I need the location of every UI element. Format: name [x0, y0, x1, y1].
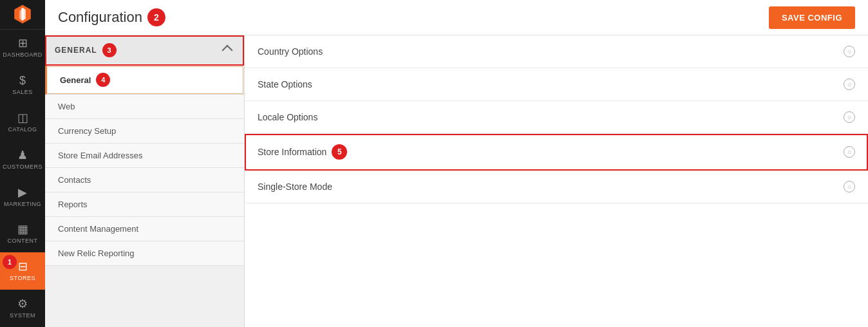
menu-item-store-email-label: Store Email Addresses	[58, 151, 143, 160]
collapse-icon-state: ○	[844, 79, 855, 90]
annotation-2: 2	[147, 8, 165, 26]
config-row-single-store-label: Single-Store Mode	[258, 182, 332, 192]
config-row-locale-label: Locale Options	[258, 112, 317, 122]
section-header-general[interactable]: GENERAL 3	[45, 35, 244, 66]
menu-item-contacts-label: Contacts	[58, 175, 91, 185]
section-header-inner: GENERAL 3	[55, 43, 117, 57]
config-row-store-information[interactable]: Store Information 5 ○	[245, 134, 868, 171]
menu-item-general[interactable]: General 4	[45, 66, 244, 95]
menu-item-contacts[interactable]: Contacts	[45, 168, 244, 192]
top-bar: Configuration 2 Save Config	[45, 0, 868, 35]
menu-item-currency-setup[interactable]: Currency Setup	[45, 119, 244, 144]
config-row-store-info-label: Store Information	[258, 147, 326, 157]
sidebar-item-dashboard[interactable]: ⊞ DASHBOARD	[0, 30, 45, 67]
config-row-country-options[interactable]: Country Options ○	[245, 35, 868, 68]
system-icon: ⚙	[17, 298, 28, 310]
menu-item-reports[interactable]: Reports	[45, 192, 244, 217]
config-row-state-label: State Options	[258, 79, 312, 89]
sidebar-nav: ⊞ DASHBOARD $ SALES ◫ CATALOG ♟ CUSTOMER…	[0, 0, 45, 327]
content-area: GENERAL 3 General 4 Web Currency Setup S…	[45, 35, 868, 327]
menu-item-new-relic[interactable]: New Relic Reporting	[45, 241, 244, 266]
marketing-icon: ▶	[18, 187, 27, 198]
page-title-wrap: Configuration 2	[58, 8, 165, 26]
menu-item-content-mgmt-label: Content Management	[58, 224, 138, 234]
section-title: GENERAL	[55, 46, 97, 55]
sidebar-item-stores[interactable]: ⊟ STORES 1	[0, 252, 45, 290]
magento-logo-icon	[12, 4, 33, 24]
sidebar-item-sales[interactable]: $ SALES	[0, 66, 45, 104]
left-panel: GENERAL 3 General 4 Web Currency Setup S…	[45, 35, 245, 327]
save-config-button[interactable]: Save Config	[769, 6, 855, 29]
menu-item-store-email[interactable]: Store Email Addresses	[45, 144, 244, 168]
menu-item-currency-setup-label: Currency Setup	[58, 126, 116, 136]
config-row-single-store[interactable]: Single-Store Mode ○	[245, 171, 868, 203]
dashboard-icon: ⊞	[18, 37, 28, 49]
menu-item-web-label: Web	[58, 102, 75, 111]
sidebar-item-customers[interactable]: ♟ CUSTOMERS	[0, 141, 45, 178]
annotation-3: 3	[102, 43, 117, 57]
customers-icon: ♟	[17, 149, 28, 161]
config-row-state-options[interactable]: State Options ○	[245, 68, 868, 101]
sidebar-item-content[interactable]: ▦ CONTENT	[0, 216, 45, 253]
content-icon: ▦	[17, 223, 28, 235]
menu-item-reports-label: Reports	[58, 200, 88, 209]
menu-item-web[interactable]: Web	[45, 95, 244, 119]
config-row-locale-options[interactable]: Locale Options ○	[245, 101, 868, 134]
menu-item-content-mgmt[interactable]: Content Management	[45, 217, 244, 241]
right-panel: Country Options ○ State Options ○ Locale…	[245, 35, 868, 327]
menu-item-general-label: General	[60, 75, 91, 85]
sidebar-item-system[interactable]: ⚙ SYSTEM	[0, 290, 45, 327]
sales-icon: $	[19, 75, 26, 86]
store-info-row-left: Store Information 5	[258, 144, 347, 160]
collapse-icon-country: ○	[844, 46, 855, 57]
config-row-country-label: Country Options	[258, 46, 323, 57]
catalog-icon: ◫	[17, 112, 28, 124]
annotation-5: 5	[332, 144, 347, 160]
collapse-icon-store-info: ○	[844, 146, 855, 158]
annotation-4: 4	[96, 73, 110, 87]
svg-rect-3	[21, 8, 23, 21]
annotation-1: 1	[3, 255, 17, 269]
stores-icon: ⊟	[18, 261, 28, 272]
collapse-icon-locale: ○	[844, 111, 855, 123]
sidebar-item-marketing[interactable]: ▶ MARKETING	[0, 178, 45, 216]
sidebar-item-catalog[interactable]: ◫ CATALOG	[0, 104, 45, 141]
collapse-icon-single-store: ○	[844, 181, 855, 192]
logo-area	[0, 0, 45, 30]
menu-item-new-relic-label: New Relic Reporting	[58, 248, 135, 258]
main-wrapper: Configuration 2 Save Config GENERAL 3 Ge…	[45, 0, 868, 327]
page-title: Configuration	[58, 9, 142, 26]
chevron-up-icon	[222, 45, 233, 56]
